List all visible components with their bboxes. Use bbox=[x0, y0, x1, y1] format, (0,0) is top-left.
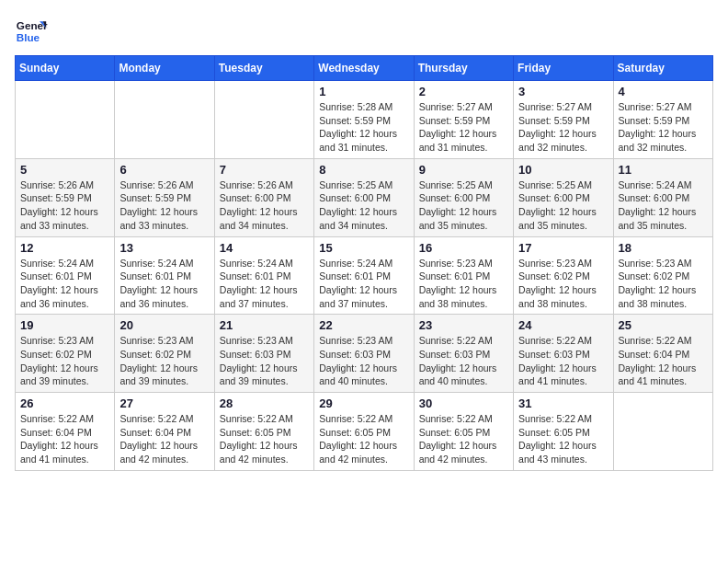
day-number: 28 bbox=[220, 396, 309, 410]
day-info: Sunrise: 5:22 AMSunset: 6:05 PMDaylight:… bbox=[419, 412, 508, 466]
day-info: Sunrise: 5:23 AMSunset: 6:02 PMDaylight:… bbox=[518, 257, 608, 311]
day-number: 19 bbox=[20, 318, 109, 332]
day-info: Sunrise: 5:22 AMSunset: 6:04 PMDaylight:… bbox=[119, 412, 209, 466]
calendar-day-cell: 20Sunrise: 5:23 AMSunset: 6:02 PMDayligh… bbox=[115, 315, 214, 393]
calendar-day-cell: 13Sunrise: 5:24 AMSunset: 6:01 PMDayligh… bbox=[115, 236, 214, 315]
day-number: 13 bbox=[119, 241, 209, 255]
calendar-day-cell bbox=[613, 393, 712, 471]
day-number: 30 bbox=[419, 396, 508, 410]
calendar-day-cell: 3Sunrise: 5:27 AMSunset: 5:59 PMDaylight… bbox=[514, 81, 613, 159]
day-number: 4 bbox=[619, 85, 708, 98]
day-number: 9 bbox=[419, 163, 508, 177]
calendar-day-cell: 9Sunrise: 5:25 AMSunset: 6:00 PMDaylight… bbox=[414, 158, 513, 236]
calendar-day-cell: 14Sunrise: 5:24 AMSunset: 6:01 PMDayligh… bbox=[214, 236, 313, 315]
calendar-day-cell: 7Sunrise: 5:26 AMSunset: 6:00 PMDaylight… bbox=[214, 158, 313, 236]
logo: General Blue bbox=[15, 15, 51, 48]
calendar-day-cell: 22Sunrise: 5:23 AMSunset: 6:03 PMDayligh… bbox=[314, 315, 414, 393]
calendar-day-cell: 15Sunrise: 5:24 AMSunset: 6:01 PMDayligh… bbox=[314, 236, 414, 315]
calendar-week-row: 19Sunrise: 5:23 AMSunset: 6:02 PMDayligh… bbox=[16, 315, 713, 393]
svg-text:General: General bbox=[17, 19, 48, 31]
calendar-day-cell bbox=[16, 81, 115, 159]
calendar-day-cell: 6Sunrise: 5:26 AMSunset: 5:59 PMDaylight… bbox=[115, 158, 214, 236]
page-header: General Blue bbox=[15, 15, 713, 48]
day-info: Sunrise: 5:28 AMSunset: 5:59 PMDaylight:… bbox=[319, 100, 408, 155]
day-number: 31 bbox=[518, 396, 608, 410]
day-number: 21 bbox=[220, 318, 309, 332]
calendar-day-cell: 25Sunrise: 5:22 AMSunset: 6:04 PMDayligh… bbox=[613, 315, 712, 393]
calendar-week-row: 26Sunrise: 5:22 AMSunset: 6:04 PMDayligh… bbox=[16, 393, 713, 471]
day-of-week-header: Sunday bbox=[16, 56, 115, 81]
day-info: Sunrise: 5:27 AMSunset: 5:59 PMDaylight:… bbox=[619, 100, 708, 155]
calendar-day-cell bbox=[115, 81, 214, 159]
day-info: Sunrise: 5:25 AMSunset: 6:00 PMDaylight:… bbox=[518, 178, 608, 233]
day-info: Sunrise: 5:23 AMSunset: 6:02 PMDaylight:… bbox=[20, 334, 109, 388]
calendar-week-row: 5Sunrise: 5:26 AMSunset: 5:59 PMDaylight… bbox=[16, 158, 713, 236]
calendar-day-cell: 5Sunrise: 5:26 AMSunset: 5:59 PMDaylight… bbox=[16, 158, 115, 236]
day-number: 29 bbox=[319, 396, 408, 410]
day-info: Sunrise: 5:23 AMSunset: 6:02 PMDaylight:… bbox=[619, 257, 708, 311]
day-number: 25 bbox=[619, 318, 708, 332]
calendar-day-cell: 1Sunrise: 5:28 AMSunset: 5:59 PMDaylight… bbox=[314, 81, 414, 159]
calendar-day-cell: 17Sunrise: 5:23 AMSunset: 6:02 PMDayligh… bbox=[514, 236, 613, 315]
calendar-day-cell: 12Sunrise: 5:24 AMSunset: 6:01 PMDayligh… bbox=[16, 236, 115, 315]
day-info: Sunrise: 5:24 AMSunset: 6:01 PMDaylight:… bbox=[20, 257, 109, 311]
day-info: Sunrise: 5:24 AMSunset: 6:01 PMDaylight:… bbox=[319, 257, 408, 311]
day-number: 3 bbox=[518, 85, 608, 98]
day-number: 20 bbox=[119, 318, 209, 332]
day-number: 23 bbox=[419, 318, 508, 332]
day-info: Sunrise: 5:22 AMSunset: 6:05 PMDaylight:… bbox=[319, 412, 408, 466]
day-info: Sunrise: 5:26 AMSunset: 5:59 PMDaylight:… bbox=[20, 178, 109, 233]
day-number: 12 bbox=[20, 241, 109, 255]
day-info: Sunrise: 5:22 AMSunset: 6:04 PMDaylight:… bbox=[619, 334, 708, 388]
calendar-day-cell: 23Sunrise: 5:22 AMSunset: 6:03 PMDayligh… bbox=[414, 315, 513, 393]
day-number: 26 bbox=[20, 396, 109, 410]
calendar-day-cell: 31Sunrise: 5:22 AMSunset: 6:05 PMDayligh… bbox=[514, 393, 613, 471]
day-number: 8 bbox=[319, 163, 408, 177]
calendar-week-row: 12Sunrise: 5:24 AMSunset: 6:01 PMDayligh… bbox=[16, 236, 713, 315]
calendar-day-cell: 2Sunrise: 5:27 AMSunset: 5:59 PMDaylight… bbox=[414, 81, 513, 159]
calendar-day-cell: 18Sunrise: 5:23 AMSunset: 6:02 PMDayligh… bbox=[613, 236, 712, 315]
day-info: Sunrise: 5:23 AMSunset: 6:01 PMDaylight:… bbox=[419, 257, 508, 311]
day-number: 7 bbox=[220, 163, 309, 177]
calendar-day-cell: 27Sunrise: 5:22 AMSunset: 6:04 PMDayligh… bbox=[115, 393, 214, 471]
day-of-week-header: Thursday bbox=[414, 56, 513, 81]
day-info: Sunrise: 5:27 AMSunset: 5:59 PMDaylight:… bbox=[419, 100, 508, 155]
calendar-day-cell: 19Sunrise: 5:23 AMSunset: 6:02 PMDayligh… bbox=[16, 315, 115, 393]
day-number: 11 bbox=[619, 163, 708, 177]
day-info: Sunrise: 5:22 AMSunset: 6:04 PMDaylight:… bbox=[20, 412, 109, 466]
day-info: Sunrise: 5:25 AMSunset: 6:00 PMDaylight:… bbox=[319, 178, 408, 233]
day-info: Sunrise: 5:23 AMSunset: 6:03 PMDaylight:… bbox=[220, 334, 309, 388]
day-number: 10 bbox=[518, 163, 608, 177]
day-number: 15 bbox=[319, 241, 408, 255]
day-info: Sunrise: 5:26 AMSunset: 6:00 PMDaylight:… bbox=[220, 178, 309, 233]
calendar-day-cell: 16Sunrise: 5:23 AMSunset: 6:01 PMDayligh… bbox=[414, 236, 513, 315]
day-number: 14 bbox=[220, 241, 309, 255]
day-info: Sunrise: 5:22 AMSunset: 6:03 PMDaylight:… bbox=[518, 334, 608, 388]
day-of-week-header: Monday bbox=[115, 56, 214, 81]
calendar-day-cell: 30Sunrise: 5:22 AMSunset: 6:05 PMDayligh… bbox=[414, 393, 513, 471]
calendar-day-cell: 24Sunrise: 5:22 AMSunset: 6:03 PMDayligh… bbox=[514, 315, 613, 393]
calendar-day-cell: 29Sunrise: 5:22 AMSunset: 6:05 PMDayligh… bbox=[314, 393, 414, 471]
logo-icon: General Blue bbox=[15, 15, 48, 48]
calendar-table: SundayMondayTuesdayWednesdayThursdayFrid… bbox=[15, 55, 713, 471]
day-info: Sunrise: 5:26 AMSunset: 5:59 PMDaylight:… bbox=[119, 178, 209, 233]
calendar-day-cell bbox=[214, 81, 313, 159]
day-number: 6 bbox=[119, 163, 209, 177]
day-info: Sunrise: 5:23 AMSunset: 6:03 PMDaylight:… bbox=[319, 334, 408, 388]
calendar-day-cell: 4Sunrise: 5:27 AMSunset: 5:59 PMDaylight… bbox=[613, 81, 712, 159]
day-number: 22 bbox=[319, 318, 408, 332]
day-info: Sunrise: 5:23 AMSunset: 6:02 PMDaylight:… bbox=[119, 334, 209, 388]
day-of-week-header: Saturday bbox=[613, 56, 712, 81]
day-number: 18 bbox=[619, 241, 708, 255]
calendar-day-cell: 8Sunrise: 5:25 AMSunset: 6:00 PMDaylight… bbox=[314, 158, 414, 236]
day-number: 27 bbox=[119, 396, 209, 410]
calendar-header: SundayMondayTuesdayWednesdayThursdayFrid… bbox=[16, 56, 713, 81]
day-number: 17 bbox=[518, 241, 608, 255]
day-number: 5 bbox=[20, 163, 109, 177]
calendar-day-cell: 10Sunrise: 5:25 AMSunset: 6:00 PMDayligh… bbox=[514, 158, 613, 236]
day-info: Sunrise: 5:22 AMSunset: 6:03 PMDaylight:… bbox=[419, 334, 508, 388]
day-info: Sunrise: 5:25 AMSunset: 6:00 PMDaylight:… bbox=[419, 178, 508, 233]
calendar-week-row: 1Sunrise: 5:28 AMSunset: 5:59 PMDaylight… bbox=[16, 81, 713, 159]
day-info: Sunrise: 5:22 AMSunset: 6:05 PMDaylight:… bbox=[220, 412, 309, 466]
day-of-week-header: Tuesday bbox=[214, 56, 313, 81]
